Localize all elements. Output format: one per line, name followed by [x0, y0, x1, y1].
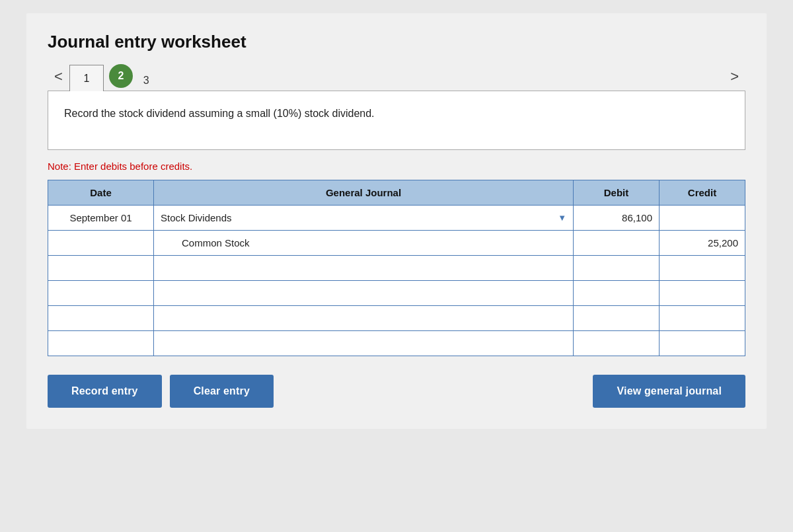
nav-next-arrow[interactable]: >	[724, 64, 745, 89]
cell-journal-1[interactable]: Common Stock	[154, 231, 574, 256]
table-row	[48, 281, 745, 306]
cell-debit-4[interactable]	[574, 306, 660, 331]
cell-credit-3[interactable]	[660, 281, 745, 306]
cell-credit-2[interactable]	[660, 256, 745, 281]
cell-credit-5[interactable]	[660, 331, 745, 356]
header-credit: Credit	[660, 180, 745, 206]
cell-credit-0[interactable]	[660, 206, 745, 231]
note-text: Note: Enter debits before credits.	[48, 161, 745, 172]
nav-prev-arrow[interactable]: <	[48, 64, 69, 89]
cell-credit-4[interactable]	[660, 306, 745, 331]
cell-debit-3[interactable]	[574, 281, 660, 306]
record-entry-button[interactable]: Record entry	[48, 375, 162, 408]
cell-journal-3[interactable]	[154, 281, 574, 306]
tabs-row: < 1 2 3 >	[48, 64, 745, 91]
cell-credit-1[interactable]: 25,200	[660, 231, 745, 256]
instruction-box: Record the stock dividend assuming a sma…	[48, 91, 745, 150]
tab-3[interactable]: 3	[143, 75, 149, 87]
table-row: September 01Stock Dividends▼86,100	[48, 206, 745, 231]
table-row	[48, 256, 745, 281]
cell-date-4[interactable]	[48, 306, 154, 331]
header-date: Date	[48, 180, 154, 206]
clear-entry-button[interactable]: Clear entry	[170, 375, 274, 408]
journal-table: Date General Journal Debit Credit Septem…	[48, 180, 745, 356]
cell-journal-2[interactable]	[154, 256, 574, 281]
cell-journal-4[interactable]	[154, 306, 574, 331]
header-journal: General Journal	[154, 180, 574, 206]
dropdown-arrow-icon[interactable]: ▼	[558, 213, 566, 223]
cell-journal-0[interactable]: Stock Dividends▼	[154, 206, 574, 231]
instruction-text: Record the stock dividend assuming a sma…	[64, 108, 375, 119]
cell-date-3[interactable]	[48, 281, 154, 306]
page-title: Journal entry worksheet	[48, 32, 745, 52]
table-row: Common Stock25,200	[48, 231, 745, 256]
cell-date-0[interactable]: September 01	[48, 206, 154, 231]
cell-debit-5[interactable]	[574, 331, 660, 356]
cell-date-2[interactable]	[48, 256, 154, 281]
cell-debit-2[interactable]	[574, 256, 660, 281]
header-debit: Debit	[574, 180, 660, 206]
cell-debit-1[interactable]	[574, 231, 660, 256]
main-container: Journal entry worksheet < 1 2 3 > Record…	[26, 13, 767, 429]
view-general-journal-button[interactable]: View general journal	[593, 375, 745, 408]
cell-date-1[interactable]	[48, 231, 154, 256]
cell-debit-0[interactable]: 86,100	[574, 206, 660, 231]
table-row	[48, 331, 745, 356]
cell-journal-5[interactable]	[154, 331, 574, 356]
tab-2[interactable]: 2	[109, 64, 133, 88]
table-row	[48, 306, 745, 331]
tab-1[interactable]: 1	[69, 65, 104, 91]
buttons-row: Record entry Clear entry View general jo…	[48, 375, 745, 408]
cell-date-5[interactable]	[48, 331, 154, 356]
